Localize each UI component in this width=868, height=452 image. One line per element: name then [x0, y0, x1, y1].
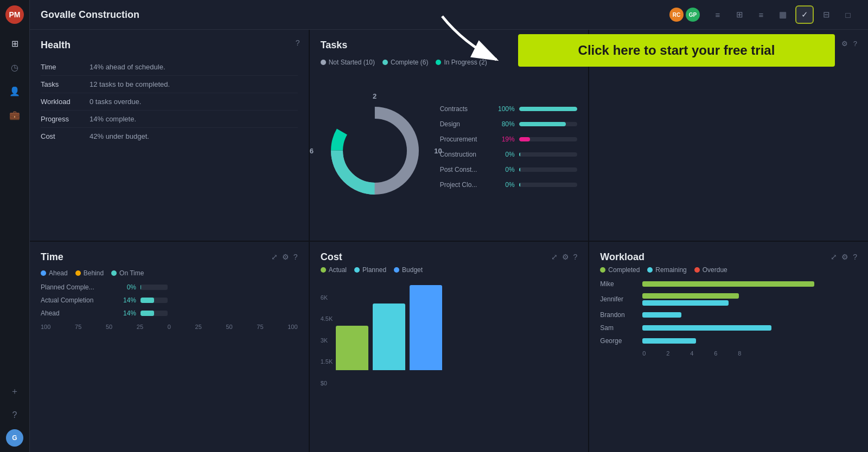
axis-75-left: 75	[75, 324, 81, 330]
axis-100-right: 100	[288, 324, 297, 330]
workload-help-icon[interactable]: ?	[853, 253, 857, 261]
sidebar-item-add[interactable]: ＋	[5, 382, 24, 401]
workload-panel: Workload ⤢ ⚙ ? Completed Remaining	[589, 242, 868, 453]
wl-bar-mike-completed	[642, 281, 814, 287]
wl-legend-completed: Completed	[600, 266, 640, 274]
workload-name-jennifer: Jennifer	[600, 295, 638, 303]
list-view-button[interactable]: ≡	[709, 5, 727, 24]
table-view-button[interactable]: ▦	[774, 5, 792, 24]
time-settings-icon[interactable]: ⚙	[282, 253, 289, 261]
dot-ahead	[41, 270, 46, 276]
free-trial-text[interactable]: Click here to start your free trial	[518, 34, 835, 67]
health-value-progress: 14% complete.	[90, 115, 136, 123]
wl-dot-remaining	[647, 267, 653, 273]
time-help-icon[interactable]: ?	[293, 253, 298, 261]
task-bar-track-contracts	[519, 107, 578, 111]
health-label-tasks: Tasks	[41, 80, 90, 88]
avatar-gp[interactable]: GP	[686, 8, 700, 22]
legend-in-progress: In Progress (2)	[436, 59, 487, 66]
help-icon-right[interactable]: ?	[853, 40, 857, 48]
cost-panel-icons: ⤢ ⚙ ?	[551, 253, 578, 261]
task-bar-pct-procurement: 19%	[493, 135, 515, 143]
cost-bar-budget	[410, 285, 442, 370]
workload-bars-sam	[642, 325, 857, 331]
task-bar-pct-contracts: 100%	[493, 105, 515, 113]
label-planned: Planned	[362, 266, 386, 274]
workload-row-sam: Sam	[600, 324, 857, 332]
legend-behind: Behind	[75, 269, 104, 277]
legend-complete: Complete (6)	[382, 59, 428, 66]
task-bar-track-project-clo	[519, 183, 578, 187]
time-bar-track-ahead	[141, 311, 168, 316]
time-bar-pct-actual: 14%	[116, 296, 136, 304]
health-row-progress: Progress 14% complete.	[41, 111, 298, 128]
time-bar-pct-planned: 0%	[116, 283, 136, 291]
legend-on-time: On Time	[111, 269, 144, 277]
cost-expand-icon[interactable]: ⤢	[551, 253, 558, 261]
dot-budget	[394, 267, 399, 273]
dot-on-time	[111, 270, 117, 276]
sidebar-item-help[interactable]: ?	[5, 405, 24, 425]
task-bar-track-construction	[519, 152, 578, 157]
workload-panel-icons: ⤢ ⚙ ?	[831, 253, 857, 261]
time-panel: Time ⤢ ⚙ ? Ahead Behind On Tim	[30, 242, 309, 453]
label-behind: Behind	[84, 269, 104, 277]
workload-row-brandon: Brandon	[600, 311, 857, 319]
task-bar-label-contracts: Contracts	[440, 105, 489, 113]
task-bar-track-design	[519, 122, 578, 126]
cost-help-icon[interactable]: ?	[573, 253, 578, 261]
task-bar-track-post-const	[519, 167, 578, 172]
time-bar-track-planned	[141, 285, 168, 290]
cost-settings-icon[interactable]: ⚙	[562, 253, 569, 261]
label-on-time: On Time	[119, 269, 144, 277]
sidebar-item-home[interactable]: ⊞	[5, 34, 24, 53]
workload-settings-icon[interactable]: ⚙	[841, 253, 848, 261]
board-view-button[interactable]: ⊞	[730, 5, 749, 24]
health-row-time: Time 14% ahead of schedule.	[41, 59, 298, 76]
legend-not-started: Not Started (10)	[321, 59, 375, 66]
health-label-progress: Progress	[41, 115, 90, 123]
free-trial-banner[interactable]: Click here to start your free trial	[518, 34, 835, 67]
time-bar-actual: Actual Completion 14%	[41, 296, 298, 304]
axis-100-left: 100	[41, 324, 50, 330]
task-bar-pct-project-clo: 0%	[493, 181, 515, 189]
wl-dot-completed	[600, 267, 605, 273]
sidebar-item-time[interactable]: ◷	[5, 57, 24, 77]
workload-title: Workload	[600, 251, 831, 263]
health-help-icon[interactable]: ?	[296, 38, 300, 47]
y-label-0: $0	[321, 380, 333, 386]
time-legend: Ahead Behind On Time	[41, 269, 298, 277]
sidebar-item-people[interactable]: 👤	[5, 81, 24, 101]
time-expand-icon[interactable]: ⤢	[271, 253, 278, 261]
axis-75-right: 75	[257, 324, 263, 330]
workload-bars-brandon	[642, 312, 857, 318]
toolbar: ≡ ⊞ ≡ ▦ ✓ ⊟ □	[709, 5, 857, 24]
dashboard-view-button[interactable]: ✓	[795, 5, 814, 24]
task-bar-pct-post-const: 0%	[493, 166, 515, 173]
workload-name-sam: Sam	[600, 324, 638, 332]
avatar-rc[interactable]: RC	[669, 8, 684, 22]
app-logo[interactable]: PM	[5, 5, 24, 24]
doc-view-button[interactable]: □	[839, 5, 857, 24]
user-avatar[interactable]: G	[6, 429, 23, 447]
y-label-4-5k: 4.5K	[321, 315, 333, 322]
gantt-view-button[interactable]: ≡	[752, 5, 770, 24]
workload-name-george: George	[600, 337, 638, 345]
workload-header: Workload ⤢ ⚙ ?	[600, 251, 857, 263]
workload-name-mike: Mike	[600, 280, 638, 288]
sidebar-item-portfolio[interactable]: 💼	[5, 105, 24, 125]
workload-expand-icon[interactable]: ⤢	[831, 253, 837, 261]
label-actual: Actual	[329, 266, 347, 274]
legend-dot-complete	[382, 60, 388, 65]
health-row-workload: Workload 0 tasks overdue.	[41, 93, 298, 111]
wl-label-overdue: Overdue	[703, 266, 727, 274]
wl-bar-george-remaining	[642, 338, 696, 344]
health-value-time: 14% ahead of schedule.	[90, 63, 165, 71]
time-bar-ahead: Ahead 14%	[41, 309, 298, 317]
settings-icon[interactable]: ⚙	[841, 40, 848, 48]
calendar-view-button[interactable]: ⊟	[817, 5, 835, 24]
time-bar-track-actual	[141, 298, 168, 303]
wl-bar-sam-remaining	[642, 325, 771, 331]
label-budget: Budget	[402, 266, 423, 274]
time-bar-label-actual: Actual Completion	[41, 296, 111, 304]
